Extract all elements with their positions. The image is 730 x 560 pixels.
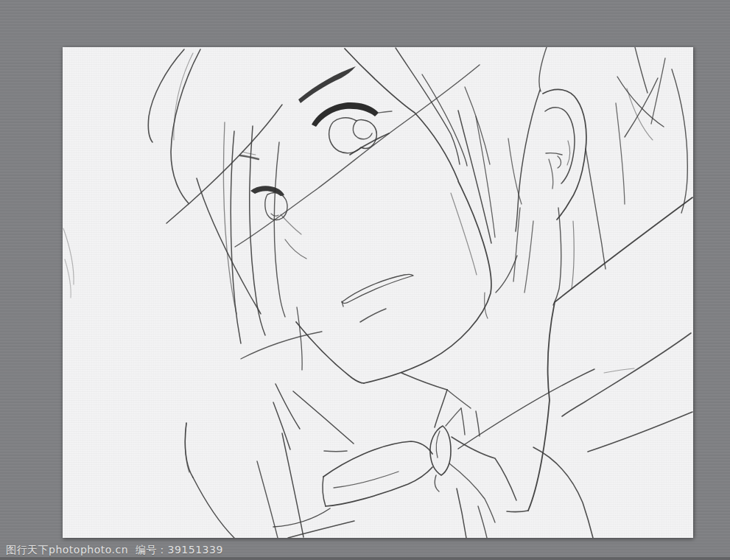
neckband-link <box>446 408 461 426</box>
ear-inner-mark <box>567 141 570 165</box>
neck-front <box>435 390 447 427</box>
artwork-canvas <box>63 47 693 538</box>
ribbon-tail-1 <box>457 489 466 538</box>
hair-strand-left-3 <box>174 53 193 140</box>
neck-to-shoulder <box>447 390 471 408</box>
bottom-shade <box>0 557 730 560</box>
hair-nape-strand-1 <box>553 208 561 305</box>
collar-lapel-2 <box>273 402 290 449</box>
right-eyelid-tail <box>379 111 392 113</box>
right-eyebrow <box>298 66 356 103</box>
hood-fold-2 <box>562 333 691 416</box>
bow-knot-foot <box>435 475 439 491</box>
left-shoulder-line-1 <box>275 384 300 429</box>
watermark-serial: 编号：39151339 <box>136 544 223 557</box>
ribbon-lower-left-2 <box>288 521 354 538</box>
ear-inner-helix <box>545 108 575 183</box>
hood-edge-foot <box>507 511 528 512</box>
hair-strand-left-1 <box>148 49 184 142</box>
hair-strand-left-9 <box>223 122 236 314</box>
hair-nape-strand-2 <box>572 221 574 289</box>
collar-lapel-1 <box>293 391 354 444</box>
hair-tip-left-of-jaw <box>297 307 302 370</box>
jaw-left <box>296 322 364 383</box>
right-upper-eyelid <box>312 102 379 127</box>
hair-strand-left-8 <box>274 142 285 317</box>
nose-line <box>285 239 306 259</box>
watermark-site: 图行天下photophoto.cn <box>6 544 128 557</box>
hair-front-of-ear <box>516 90 540 231</box>
bow-loop-tip <box>323 477 326 506</box>
bow-loop-fold <box>334 472 399 488</box>
bow-loop-top <box>323 441 432 477</box>
hood-fold-3 <box>588 412 692 452</box>
shoulder-mark-right <box>604 368 634 373</box>
hair-right-strand-1 <box>651 58 665 124</box>
left-shoulder-line-2 <box>282 433 303 537</box>
hair-wisp-edge-2 <box>65 259 71 298</box>
left-eyebrow <box>240 155 259 159</box>
lower-lip <box>360 309 386 322</box>
jaw-right-to-temple <box>364 181 491 383</box>
neck-under-jaw <box>401 373 447 390</box>
hair-right-cross-1 <box>617 77 664 127</box>
hair-strand-left-2 <box>171 49 200 203</box>
ear-inner-curl <box>558 156 561 168</box>
bow-knot-inner <box>436 431 440 458</box>
left-eyebrow-tick <box>242 152 256 155</box>
hair-spike-left-d <box>257 461 278 538</box>
bang-main <box>345 49 458 181</box>
artwork-svg <box>63 47 693 538</box>
hair-above-ear <box>539 47 547 91</box>
right-iris-highlight-curve <box>353 121 372 139</box>
preview-frame: 图行天下photophoto.cn 编号：39151339 <box>0 0 730 560</box>
hair-sweep-across-face <box>235 65 480 247</box>
hair-spike-left-a <box>185 423 193 477</box>
ribbon-lower-left-1 <box>273 508 330 527</box>
collar-base-tick <box>324 451 347 452</box>
ear-inner-line <box>546 153 562 155</box>
watermark: 图行天下photophoto.cn 编号：39151339 <box>6 542 223 559</box>
ribbon-tail-right <box>533 447 593 538</box>
neckband-edge-2 <box>476 411 480 436</box>
mouth-outline <box>342 274 413 303</box>
neckband-edge-1 <box>461 408 465 435</box>
hair-behind-ear-1 <box>586 149 606 269</box>
hair-right-strand-2 <box>635 47 647 93</box>
right-iris-outline <box>329 118 377 153</box>
sideburn-lock-4 <box>524 221 533 293</box>
temple-hair-strand <box>451 193 477 275</box>
ribbon-tail-2 <box>478 506 487 538</box>
ribbon-band-right-2 <box>449 463 495 522</box>
bow-knot-outline <box>430 426 451 475</box>
ear-tragus <box>549 159 553 189</box>
hair-spike-left-c <box>193 477 234 538</box>
hair-right-edge <box>672 69 687 213</box>
hood-edge-main <box>528 197 692 511</box>
hair-right-strand-4 <box>508 139 522 204</box>
hair-tip-over-jaw <box>241 332 322 359</box>
hair-right-strand-3 <box>616 103 625 204</box>
